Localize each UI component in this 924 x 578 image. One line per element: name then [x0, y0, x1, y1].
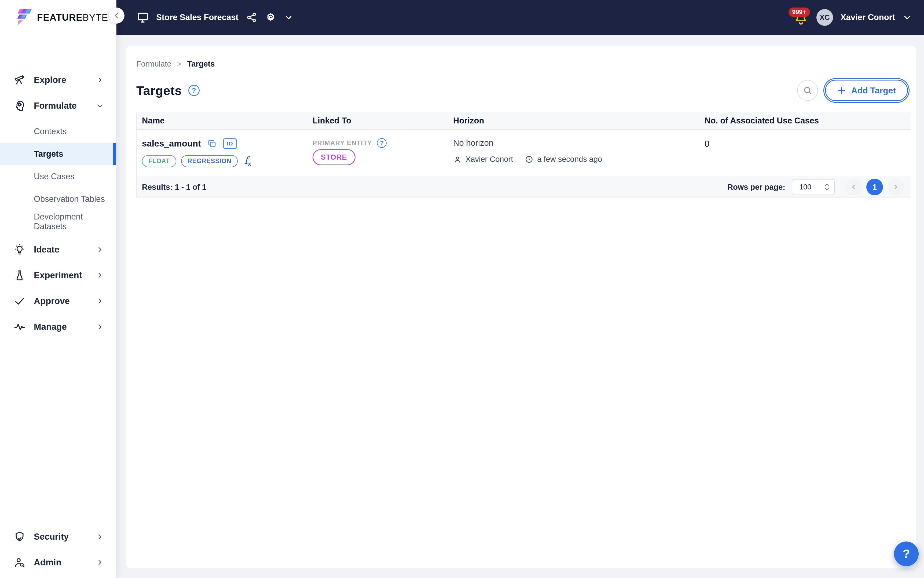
cell-use-cases-count: 0	[699, 130, 911, 177]
page-number-button[interactable]: 1	[866, 179, 883, 195]
sidebar-item-targets[interactable]: Targets	[0, 143, 116, 165]
breadcrumb-targets: Targets	[187, 60, 215, 68]
id-icon[interactable]: ID	[223, 138, 237, 149]
sidebar-item-label: Ideate	[34, 244, 88, 255]
prev-page-button[interactable]	[845, 179, 862, 195]
chevron-down-icon	[96, 102, 103, 109]
user-name: Xavier Conort	[841, 13, 895, 22]
copy-icon[interactable]	[207, 138, 217, 149]
formulate-subnav: Contexts Targets Use Cases Observation T…	[0, 120, 116, 233]
sidebar: FEATUREBYTE Explore Formulate	[0, 0, 117, 578]
clock-icon	[525, 155, 533, 164]
sidebar-item-experiment[interactable]: Experiment	[0, 263, 116, 288]
table-row: sales_amount ID FLOAT REGRESSION fx	[136, 130, 911, 177]
catalog-switcher[interactable]: Store Sales Forecast	[136, 11, 238, 24]
notifications-badge: 999+	[788, 8, 810, 17]
sidebar-item-label: Manage	[34, 322, 88, 332]
sidebar-item-approve[interactable]: Approve	[0, 288, 116, 314]
formula-icon[interactable]: fx	[244, 155, 251, 167]
sidebar-item-label: Explore	[34, 75, 88, 85]
monitor-icon	[136, 11, 149, 24]
avatar[interactable]: XC	[816, 9, 833, 26]
sidebar-item-ideate[interactable]: Ideate	[0, 237, 116, 263]
next-page-button[interactable]	[887, 179, 904, 195]
chevron-right-icon	[96, 533, 103, 540]
chevron-right-icon	[96, 246, 103, 253]
sidebar-item-label: Formulate	[34, 101, 88, 111]
add-target-button[interactable]: Add Target	[825, 80, 908, 101]
chevron-right-icon	[892, 184, 899, 190]
activity-icon	[13, 321, 26, 333]
chevron-right-icon	[96, 559, 103, 566]
entity-badge[interactable]: STORE	[313, 149, 355, 165]
rows-per-page-select[interactable]: 100	[792, 179, 835, 195]
title-help-icon[interactable]: ?	[188, 85, 199, 96]
catalog-name: Store Sales Forecast	[156, 13, 238, 22]
target-name-link[interactable]: sales_amount	[142, 138, 201, 149]
rows-per-page-value: 100	[799, 183, 811, 191]
primary-entity-label: PRIMARY ENTITY	[313, 139, 372, 147]
sidebar-item-manage[interactable]: Manage	[0, 314, 116, 340]
breadcrumb: Formulate > Targets	[136, 60, 911, 68]
targets-table: Name Linked To Horizon No. of Associated…	[136, 112, 911, 198]
search-button[interactable]	[797, 80, 818, 101]
sidebar-item-development-datasets[interactable]: Development Datasets	[0, 210, 116, 233]
column-header-use-cases: No. of Associated Use Cases	[699, 112, 911, 129]
sidebar-collapse-button[interactable]	[109, 8, 125, 24]
cell-linked-to: PRIMARY ENTITY ? STORE	[307, 130, 448, 177]
page-title: Targets	[136, 83, 182, 98]
sidebar-nav: Explore Formulate Contexts Targets Use C…	[0, 67, 116, 578]
task-badge: REGRESSION	[181, 155, 238, 167]
cell-name: sales_amount ID FLOAT REGRESSION fx	[136, 130, 307, 177]
search-icon	[803, 86, 812, 95]
table-footer: Results: 1 - 1 of 1 Rows per page: 100	[136, 177, 911, 197]
chevron-right-icon	[96, 76, 103, 83]
cell-horizon: No horizon Xavier Conort a few seconds a…	[448, 130, 699, 177]
share-icon[interactable]	[246, 12, 257, 23]
sidebar-item-label: Security	[34, 532, 88, 542]
column-header-horizon: Horizon	[448, 112, 699, 129]
sidebar-item-admin[interactable]: Admin	[0, 550, 116, 575]
help-fab-button[interactable]: ?	[894, 542, 919, 566]
content-card: Formulate > Targets Targets ? Add Target…	[126, 45, 916, 568]
sidebar-item-contexts[interactable]: Contexts	[0, 120, 116, 143]
sidebar-item-explore[interactable]: Explore	[0, 67, 116, 93]
chevron-left-icon	[851, 184, 857, 190]
user-icon	[453, 155, 462, 164]
horizon-value: No horizon	[453, 138, 699, 148]
updated-time: a few seconds ago	[537, 155, 602, 164]
sidebar-footer: Security Admin	[0, 520, 116, 578]
main-content: Formulate > Targets Targets ? Add Target…	[117, 35, 924, 578]
brand-logo[interactable]: FEATUREBYTE	[0, 0, 116, 27]
check-icon	[13, 295, 26, 307]
user-menu-chevron-icon[interactable]	[903, 13, 912, 22]
brand-wordmark: FEATUREBYTE	[37, 12, 108, 23]
author-name: Xavier Conort	[465, 155, 513, 164]
sidebar-item-observation-tables[interactable]: Observation Tables	[0, 188, 116, 210]
topbar: Store Sales Forecast 999+ XC Xavier Cono…	[117, 0, 924, 35]
breadcrumb-formulate[interactable]: Formulate	[136, 60, 172, 68]
sidebar-item-label: Admin	[34, 557, 88, 568]
chevron-down-icon[interactable]	[284, 13, 293, 22]
chevron-right-icon	[96, 323, 103, 330]
lightbulb-icon	[13, 244, 26, 256]
chevron-right-icon	[96, 297, 103, 305]
head-gear-icon	[13, 99, 26, 112]
notifications-button[interactable]: 999+	[793, 8, 809, 26]
telescope-icon	[13, 74, 26, 86]
user-search-icon	[13, 556, 26, 568]
breadcrumb-separator: >	[177, 60, 182, 68]
stepper-chevrons-icon	[825, 183, 829, 190]
column-header-name: Name	[136, 112, 307, 129]
table-header: Name Linked To Horizon No. of Associated…	[136, 112, 911, 130]
column-header-linked-to: Linked To	[307, 112, 448, 129]
chevron-right-icon	[96, 272, 103, 279]
sidebar-item-use-cases[interactable]: Use Cases	[0, 165, 116, 188]
rows-per-page-label: Rows per page:	[727, 183, 785, 192]
sidebar-item-security[interactable]: Security	[0, 524, 116, 550]
sidebar-item-label: Experiment	[34, 270, 88, 281]
sidebar-item-formulate[interactable]: Formulate	[0, 93, 116, 119]
featurebyte-logo-icon	[16, 8, 32, 27]
settings-gear-icon[interactable]	[265, 11, 277, 23]
primary-entity-help-icon[interactable]: ?	[377, 138, 387, 148]
